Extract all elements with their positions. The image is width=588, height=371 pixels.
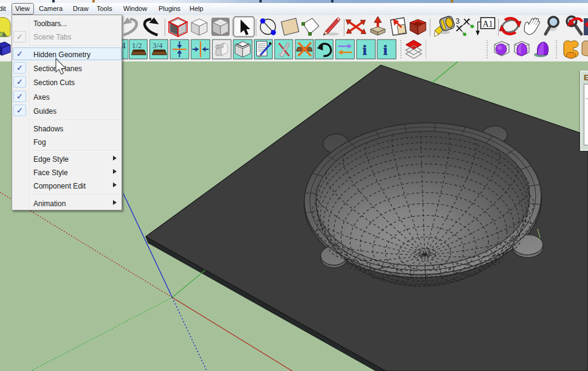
svg-text:3: 3 [456,17,460,26]
svg-text:3/4: 3/4 [152,41,163,50]
svg-text:4: 4 [121,41,126,50]
svg-text:i: i [363,42,367,58]
svg-text:A1: A1 [483,19,493,29]
svg-text:1/2: 1/2 [132,41,142,50]
svg-text:i: i [383,42,388,58]
